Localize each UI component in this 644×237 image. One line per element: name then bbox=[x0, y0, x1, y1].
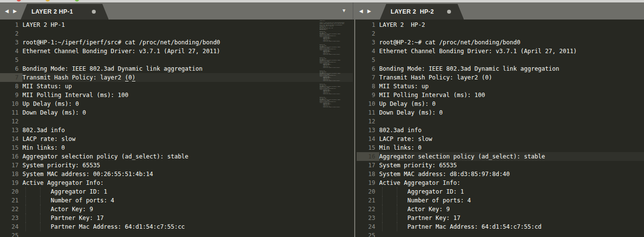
code-text[interactable]: Up Delay (ms): 0 bbox=[379, 99, 644, 108]
line-number[interactable]: 1 bbox=[357, 20, 379, 29]
line-number[interactable]: 19 bbox=[357, 178, 379, 187]
code-line[interactable]: 5 bbox=[357, 56, 644, 64]
code-line[interactable]: 20 Aggregator ID: 1 bbox=[357, 187, 644, 196]
code-line[interactable]: 3root@HP-1:~/iperf/iperf/src# cat /proc/… bbox=[0, 38, 353, 47]
code-text[interactable] bbox=[379, 117, 644, 126]
code-line[interactable]: 23 Partner Key: 17 bbox=[357, 214, 644, 222]
code-line[interactable]: 9MII Polling Interval (ms): 100 bbox=[0, 91, 353, 99]
code-text[interactable]: Aggregator selection policy (ad_select):… bbox=[22, 152, 353, 161]
line-number[interactable]: 2 bbox=[0, 29, 22, 38]
code-text[interactable] bbox=[22, 56, 353, 64]
code-text[interactable] bbox=[379, 29, 644, 38]
code-line[interactable]: 16Aggregator selection policy (ad_select… bbox=[0, 152, 353, 161]
code-text[interactable]: MII Polling Interval (ms): 100 bbox=[379, 91, 644, 99]
line-number[interactable]: 7 bbox=[0, 73, 22, 82]
code-line[interactable]: 17System priority: 65535 bbox=[357, 161, 644, 170]
code-text[interactable]: Active Aggregator Info: bbox=[22, 178, 353, 187]
line-number[interactable]: 25 bbox=[0, 231, 22, 237]
editor-hp-2[interactable]: 1LAYER 2 HP-223root@HP-2:~# cat /proc/ne… bbox=[357, 20, 644, 237]
code-line[interactable]: 2 bbox=[357, 29, 644, 38]
line-number[interactable]: 24 bbox=[0, 222, 22, 231]
code-text[interactable]: Partner Mac Address: 64:d1:54:c7:55:cc bbox=[22, 222, 353, 231]
code-line[interactable]: 16Aggregator selection policy (ad_select… bbox=[357, 152, 644, 161]
code-line[interactable]: 7Transmit Hash Policy: layer2 (0) bbox=[0, 73, 353, 82]
code-text[interactable]: MII Status: up bbox=[22, 82, 353, 91]
code-line[interactable]: 20 Aggregator ID: 1 bbox=[0, 187, 353, 196]
code-line[interactable]: 11Down Delay (ms): 0 bbox=[0, 108, 353, 117]
code-text[interactable]: Partner Mac Address: 64:d1:54:c7:55:cd bbox=[379, 222, 644, 231]
code-text[interactable]: Aggregator selection policy (ad_select):… bbox=[379, 152, 644, 161]
code-line[interactable]: 10Up Delay (ms): 0 bbox=[357, 99, 644, 108]
code-text[interactable]: System MAC address: 00:26:55:51:4b:14 bbox=[22, 170, 353, 178]
code-text[interactable]: Min links: 0 bbox=[379, 143, 644, 152]
line-number[interactable]: 8 bbox=[0, 82, 22, 91]
editor-hp-1[interactable]: 1LAYER 2 HP-123root@HP-1:~/iperf/iperf/s… bbox=[0, 20, 353, 237]
code-text[interactable]: LAYER 2 HP-1 bbox=[22, 20, 353, 29]
code-line[interactable]: 14LACP rate: slow bbox=[0, 135, 353, 143]
line-number[interactable]: 9 bbox=[357, 91, 379, 99]
line-number[interactable]: 17 bbox=[0, 161, 22, 170]
code-line[interactable]: 8MII Status: up bbox=[0, 82, 353, 91]
code-line[interactable]: 1LAYER 2 HP-2 bbox=[357, 20, 644, 29]
line-number[interactable]: 14 bbox=[0, 135, 22, 143]
code-line[interactable]: 19Active Aggregator Info: bbox=[357, 178, 644, 187]
line-number[interactable]: 4 bbox=[357, 47, 379, 56]
line-number[interactable]: 6 bbox=[0, 64, 22, 73]
line-number[interactable]: 15 bbox=[0, 143, 22, 152]
line-number[interactable]: 23 bbox=[0, 214, 22, 222]
code-text[interactable] bbox=[22, 231, 353, 237]
code-text[interactable] bbox=[379, 231, 644, 237]
code-text[interactable]: Actor Key: 9 bbox=[379, 205, 644, 214]
line-number[interactable]: 16 bbox=[357, 152, 379, 161]
line-number[interactable]: 3 bbox=[0, 38, 22, 47]
code-text[interactable]: Aggregator ID: 1 bbox=[22, 187, 353, 196]
pane-divider[interactable] bbox=[353, 2, 357, 237]
code-line[interactable]: 21 Number of ports: 4 bbox=[0, 196, 353, 205]
line-number[interactable]: 13 bbox=[357, 126, 379, 135]
code-line[interactable]: 18System MAC address: 00:26:55:51:4b:14 bbox=[0, 170, 353, 178]
line-number[interactable]: 12 bbox=[0, 117, 22, 126]
code-text[interactable]: LACP rate: slow bbox=[22, 135, 353, 143]
code-text[interactable]: root@HP-1:~/iperf/iperf/src# cat /proc/n… bbox=[22, 38, 353, 47]
code-text[interactable]: Partner Key: 17 bbox=[379, 214, 644, 222]
code-text[interactable]: Aggregator ID: 1 bbox=[379, 187, 644, 196]
line-number[interactable]: 21 bbox=[357, 196, 379, 205]
code-line[interactable]: 2 bbox=[0, 29, 353, 38]
line-number[interactable]: 20 bbox=[357, 187, 379, 196]
line-number[interactable]: 1 bbox=[0, 20, 22, 29]
code-line[interactable]: 18System MAC address: d8:d3:85:97:8d:40 bbox=[357, 170, 644, 178]
code-text[interactable]: root@HP-2:~# cat /proc/net/bonding/bond0 bbox=[379, 38, 644, 47]
minimize-window-icon[interactable] bbox=[45, 0, 50, 1]
code-line[interactable]: 25 bbox=[0, 231, 353, 237]
code-line[interactable]: 11Down Delay (ms): 0 bbox=[357, 108, 644, 117]
line-number[interactable]: 23 bbox=[357, 214, 379, 222]
code-text[interactable]: LAYER 2 HP-2 bbox=[379, 20, 644, 29]
line-number[interactable]: 8 bbox=[357, 82, 379, 91]
code-line[interactable]: 6Bonding Mode: IEEE 802.3ad Dynamic link… bbox=[357, 64, 644, 73]
code-text[interactable]: MII Polling Interval (ms): 100 bbox=[22, 91, 353, 99]
code-text[interactable]: 802.3ad info bbox=[379, 126, 644, 135]
line-number[interactable]: 11 bbox=[357, 108, 379, 117]
line-number[interactable]: 11 bbox=[0, 108, 22, 117]
code-line[interactable]: 12 bbox=[357, 117, 644, 126]
code-text[interactable]: System priority: 65535 bbox=[22, 161, 353, 170]
line-number[interactable]: 3 bbox=[357, 38, 379, 47]
code-text[interactable] bbox=[379, 56, 644, 64]
line-number[interactable]: 10 bbox=[357, 99, 379, 108]
code-line[interactable]: 13802.3ad info bbox=[357, 126, 644, 135]
line-number[interactable]: 16 bbox=[0, 152, 22, 161]
code-line[interactable]: 21 Number of ports: 4 bbox=[357, 196, 644, 205]
line-number[interactable]: 18 bbox=[357, 170, 379, 178]
code-text[interactable]: Ethernet Channel Bonding Driver: v3.7.1 … bbox=[22, 47, 353, 56]
line-number[interactable]: 2 bbox=[357, 29, 379, 38]
tab-overflow-menu-icon[interactable]: ▼ bbox=[342, 8, 346, 13]
code-line[interactable]: 22 Actor Key: 9 bbox=[357, 205, 644, 214]
line-number[interactable]: 19 bbox=[0, 178, 22, 187]
code-line[interactable]: 3root@HP-2:~# cat /proc/net/bonding/bond… bbox=[357, 38, 644, 47]
code-text[interactable]: Up Delay (ms): 0 bbox=[22, 99, 353, 108]
prev-tab-icon[interactable]: ◀ bbox=[5, 9, 9, 14]
code-text[interactable]: Min links: 0 bbox=[22, 143, 353, 152]
code-line[interactable]: 12 bbox=[0, 117, 353, 126]
line-number[interactable]: 24 bbox=[357, 222, 379, 231]
minimap[interactable]: LAYER 2 HP-1 root@HP-1:~/iperf/iperf/src… bbox=[320, 20, 350, 156]
